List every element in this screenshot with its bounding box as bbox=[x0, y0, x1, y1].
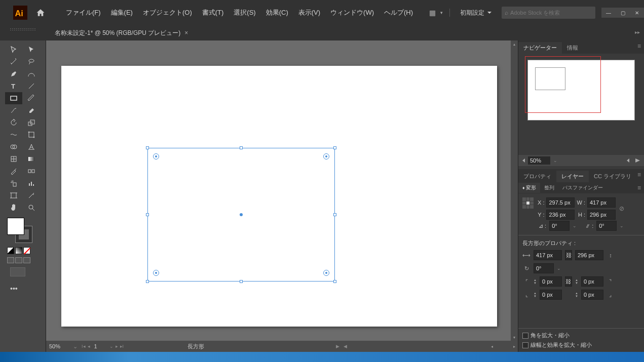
search-input[interactable] bbox=[510, 10, 592, 16]
draw-normal-icon[interactable] bbox=[7, 257, 14, 263]
selection-tool[interactable] bbox=[5, 44, 22, 56]
shear-input[interactable] bbox=[596, 221, 617, 231]
magic-wand-tool[interactable] bbox=[5, 56, 22, 68]
panel-menu-icon[interactable]: ≡ bbox=[637, 184, 641, 191]
draw-inside-icon[interactable] bbox=[23, 257, 30, 263]
resize-handle[interactable] bbox=[333, 280, 336, 283]
scale-tool[interactable] bbox=[23, 116, 40, 129]
fill-stroke-control[interactable] bbox=[0, 214, 46, 247]
hand-tool[interactable] bbox=[5, 202, 22, 214]
panel-expand-icon[interactable]: ▸▸ bbox=[635, 29, 640, 35]
slice-tool[interactable] bbox=[23, 189, 40, 202]
screen-mode-icon[interactable] bbox=[10, 267, 25, 276]
line-tool[interactable] bbox=[23, 80, 40, 92]
pen-tool[interactable] bbox=[5, 68, 22, 80]
zoom-out-icon[interactable] bbox=[522, 158, 525, 163]
rect-angle-chevron-icon[interactable]: ⌄ bbox=[557, 266, 561, 271]
artboard-number[interactable]: 1 bbox=[92, 343, 107, 349]
status-collapse-icon[interactable]: ▶ bbox=[336, 344, 339, 349]
corner-tr-input[interactable] bbox=[581, 276, 603, 287]
draw-behind-icon[interactable] bbox=[15, 257, 22, 263]
corner-bl-input[interactable] bbox=[540, 290, 562, 300]
panel-menu-icon[interactable]: ≡ bbox=[637, 171, 641, 178]
menu-view[interactable]: 表示(V) bbox=[293, 5, 325, 20]
angle-chevron-icon[interactable]: ⌄ bbox=[573, 223, 577, 228]
scroll-down-icon[interactable]: ▾ bbox=[511, 334, 518, 341]
scroll-right-icon[interactable]: ▸ bbox=[511, 344, 518, 349]
menu-select[interactable]: 選択(S) bbox=[229, 5, 260, 20]
corner-tl-input[interactable] bbox=[540, 276, 562, 287]
direct-selection-tool[interactable] bbox=[23, 44, 40, 56]
tab-navigator[interactable]: ナビゲーター bbox=[518, 42, 562, 54]
tab-properties[interactable]: プロパティ bbox=[518, 171, 556, 182]
symbol-sprayer-tool[interactable] bbox=[5, 177, 22, 189]
lasso-tool[interactable] bbox=[23, 56, 40, 68]
type-tool[interactable]: T bbox=[5, 80, 22, 92]
corner-widget[interactable] bbox=[323, 270, 329, 276]
status-zoom[interactable]: 50% bbox=[46, 343, 71, 349]
spinner-icon[interactable]: ▲▼ bbox=[534, 292, 537, 298]
spinner-icon[interactable]: ▲▼ bbox=[575, 278, 578, 285]
corner-widget[interactable] bbox=[153, 270, 159, 276]
eyedropper-tool[interactable] bbox=[5, 165, 22, 177]
arrange-chevron-icon[interactable]: ▾ bbox=[437, 9, 445, 17]
width-tool[interactable] bbox=[5, 129, 22, 141]
menu-type[interactable]: 書式(T) bbox=[197, 5, 229, 20]
prev-artboard-icon[interactable]: ◂ bbox=[88, 344, 90, 349]
column-graph-tool[interactable] bbox=[23, 177, 40, 189]
selected-rectangle[interactable] bbox=[147, 148, 335, 281]
eraser-tool[interactable] bbox=[23, 104, 40, 116]
shape-builder-tool[interactable] bbox=[5, 141, 22, 153]
resize-handle[interactable] bbox=[146, 146, 149, 149]
resize-handle[interactable] bbox=[146, 280, 149, 283]
canvas-area[interactable]: ▴ ▾ 50% ⌄ I◂ ◂ 1 ⌄ ▸ ▸I 長方形 ▶ ◀ ◂ ▸ bbox=[46, 41, 518, 352]
tab-close-icon[interactable]: × bbox=[184, 29, 188, 36]
navigator-zoom-value[interactable]: 50% bbox=[528, 156, 550, 165]
tab-info[interactable]: 情報 bbox=[562, 42, 583, 54]
none-mode-icon[interactable] bbox=[23, 247, 30, 254]
workspace-switcher[interactable]: 初期設定 bbox=[454, 7, 498, 19]
free-transform-tool[interactable] bbox=[23, 129, 40, 141]
menu-help[interactable]: ヘルプ(H) bbox=[379, 5, 418, 20]
resize-handle[interactable] bbox=[333, 146, 336, 149]
curvature-tool[interactable] bbox=[23, 68, 40, 80]
artboard-chevron-icon[interactable]: ⌄ bbox=[109, 344, 113, 349]
reference-point-selector[interactable] bbox=[522, 197, 534, 209]
menu-window[interactable]: ウィンドウ(W) bbox=[325, 5, 379, 20]
perspective-grid-tool[interactable] bbox=[23, 141, 40, 153]
checkbox-scale-corners[interactable] bbox=[522, 333, 528, 339]
document-tab[interactable]: 名称未設定-1* @ 50% (RGB/GPU プレビュー) × bbox=[51, 27, 192, 39]
zoom-tool[interactable] bbox=[23, 202, 40, 214]
blend-tool[interactable] bbox=[23, 165, 40, 177]
menu-object[interactable]: オブジェクト(O) bbox=[138, 5, 197, 20]
close-button[interactable]: ✕ bbox=[630, 8, 644, 18]
shaper-tool[interactable] bbox=[5, 104, 22, 116]
tab-layers[interactable]: レイヤー bbox=[556, 171, 589, 182]
y-input[interactable] bbox=[546, 210, 575, 220]
maximize-button[interactable]: ▢ bbox=[616, 8, 630, 18]
rectangle-tool[interactable] bbox=[5, 92, 22, 104]
next-artboard-icon[interactable]: ▸ bbox=[116, 344, 118, 349]
scroll-left-icon[interactable]: ◂ bbox=[488, 344, 496, 349]
rect-angle-input[interactable] bbox=[534, 263, 554, 273]
artboard-tool[interactable] bbox=[5, 189, 22, 202]
resize-handle[interactable] bbox=[333, 213, 336, 216]
search-box[interactable]: ⌕ bbox=[502, 7, 595, 19]
corner-widget[interactable] bbox=[153, 153, 159, 159]
rect-w-input[interactable] bbox=[534, 250, 562, 260]
mesh-tool[interactable] bbox=[5, 153, 22, 165]
status-zoom-chevron-icon[interactable]: ⌄ bbox=[71, 343, 79, 350]
gradient-mode-icon[interactable] bbox=[15, 247, 22, 254]
corner-widget[interactable] bbox=[323, 153, 329, 159]
w-input[interactable] bbox=[587, 197, 616, 208]
corner-br-input[interactable] bbox=[581, 290, 603, 300]
menu-effect[interactable]: 効果(C) bbox=[261, 5, 293, 20]
zoom-slider-min-icon[interactable] bbox=[627, 158, 629, 163]
shear-chevron-icon[interactable]: ⌄ bbox=[620, 223, 624, 228]
resize-handle[interactable] bbox=[240, 146, 243, 149]
color-mode-icon[interactable] bbox=[7, 247, 14, 254]
gradient-tool[interactable] bbox=[23, 153, 40, 165]
link-corners-icon[interactable]: ⛓ bbox=[565, 276, 572, 287]
menu-file[interactable]: ファイル(F) bbox=[61, 5, 106, 20]
navigator-preview[interactable] bbox=[527, 60, 635, 120]
